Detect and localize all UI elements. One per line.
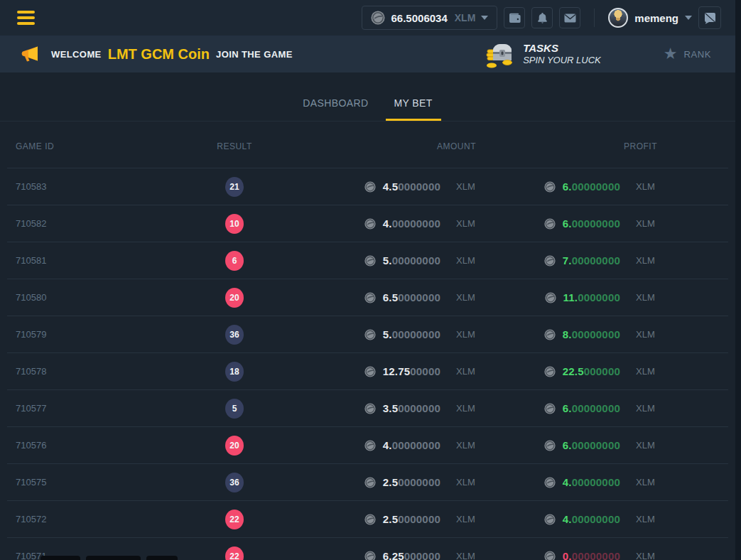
tasks-title: TASKS <box>523 42 601 55</box>
topbar-right: 66.5006034 XLM memeng <box>362 6 722 30</box>
stellar-coin-icon <box>544 440 556 451</box>
table-row: 710579 36 5.00000000 XLM 8.00000000 XLM <box>7 316 728 353</box>
game-id: 710575 <box>7 477 199 488</box>
amount-value: 4.5 <box>383 181 398 193</box>
profit-currency: XLM <box>636 292 657 303</box>
banner-right: TASKS SPIN YOUR LUCK ★ RANK <box>482 40 711 68</box>
stellar-coin-icon <box>364 181 376 193</box>
profit-trailing-zeros: 00000000 <box>572 328 620 340</box>
result-badge: 5 <box>225 399 244 419</box>
avatar <box>608 8 628 28</box>
stellar-coin-icon <box>544 181 556 193</box>
envelope-icon <box>564 14 576 23</box>
amount-trailing-zeros: 0000000 <box>398 181 440 193</box>
amount-currency: XLM <box>456 292 477 303</box>
game-id: 710572 <box>7 514 199 524</box>
amount-trailing-zeros: 0000000 <box>398 476 440 488</box>
my-bet-table: GAME ID RESULT AMOUNT PROFIT 710583 21 4… <box>7 122 728 560</box>
amount-currency: XLM <box>456 255 477 266</box>
amount-currency: XLM <box>456 181 477 192</box>
result-badge: 6 <box>225 251 244 271</box>
profit-cell: 6.00000000 XLM <box>526 439 728 451</box>
profit-currency: XLM <box>636 366 657 377</box>
profit-value: 11. <box>563 291 578 303</box>
scrollbar[interactable] <box>735 0 741 560</box>
profit-value: 4. <box>563 476 572 488</box>
amount-currency: XLM <box>456 403 477 414</box>
amount-cell: 3.50000000 XLM <box>270 402 526 414</box>
balance-currency: XLM <box>455 12 476 23</box>
result-badge: 36 <box>225 325 244 345</box>
messages-button[interactable] <box>559 7 580 28</box>
profit-cell: 4.00000000 XLM <box>526 513 728 525</box>
profit-currency: XLM <box>636 218 657 229</box>
topbar-divider <box>594 9 595 27</box>
wallet-button[interactable] <box>504 7 525 28</box>
profit-currency: XLM <box>636 403 657 414</box>
stellar-coin-icon <box>364 329 376 340</box>
profit-value: 7. <box>563 254 572 266</box>
amount-currency: XLM <box>456 329 477 340</box>
bell-icon <box>537 12 548 24</box>
header-result: RESULT <box>199 141 270 151</box>
game-id: 710582 <box>7 218 199 229</box>
balance-value: 66.5006034 <box>391 12 448 24</box>
amount-cell: 12.7500000 XLM <box>270 365 526 377</box>
hamburger-icon <box>17 11 35 14</box>
stellar-coin-icon <box>364 255 376 266</box>
amount-trailing-zeros: 00000000 <box>392 254 440 266</box>
profit-value: 22.5 <box>563 365 584 377</box>
stellar-coin-icon <box>544 514 556 525</box>
welcome-text: WELCOME <box>51 49 102 60</box>
profit-trailing-zeros: 000000 <box>584 365 620 377</box>
chat-button[interactable] <box>698 6 721 29</box>
table-row: 710577 5 3.50000000 XLM 6.00000000 XLM <box>7 390 728 427</box>
amount-value: 6.5 <box>383 291 398 303</box>
megaphone-icon <box>18 45 40 64</box>
amount-value: 5. <box>383 328 392 340</box>
amount-trailing-zeros: 00000 <box>410 365 440 377</box>
caret-down-icon <box>481 16 488 20</box>
stellar-coin-icon <box>544 218 556 230</box>
amount-cell: 5.00000000 XLM <box>270 254 526 266</box>
profit-cell: 22.5000000 XLM <box>526 365 728 377</box>
notifications-button[interactable] <box>531 7 553 28</box>
amount-cell: 5.00000000 XLM <box>270 328 526 340</box>
profit-value: 4. <box>563 513 572 525</box>
tasks-subtitle: SPIN YOUR LUCK <box>523 55 601 66</box>
stellar-coin-icon <box>545 292 556 303</box>
header-profit: PROFIT <box>526 141 728 151</box>
table-header: GAME ID RESULT AMOUNT PROFIT <box>7 122 728 168</box>
tasks-text: TASKS SPIN YOUR LUCK <box>523 42 601 67</box>
profit-value: 6. <box>563 181 572 193</box>
amount-currency: XLM <box>456 477 477 488</box>
tab-my-bet[interactable]: MY BET <box>386 97 441 121</box>
balance-selector[interactable]: 66.5006034 XLM <box>362 6 498 30</box>
header-amount: AMOUNT <box>270 141 526 151</box>
banner-left: WELCOME LMT GCM Coin JOIN THE GAME <box>18 45 293 64</box>
profit-currency: XLM <box>636 514 657 524</box>
tasks-link[interactable]: TASKS SPIN YOUR LUCK <box>482 40 601 68</box>
stellar-coin-icon <box>364 292 376 303</box>
rank-link[interactable]: ★ RANK <box>664 46 711 62</box>
profit-trailing-zeros: 00000000 <box>572 476 620 488</box>
menu-button[interactable] <box>14 8 38 28</box>
amount-trailing-zeros: 0000000 <box>398 402 440 414</box>
result-badge: 22 <box>225 510 244 529</box>
profit-cell: 7.00000000 XLM <box>526 254 728 266</box>
game-id: 710578 <box>7 366 199 377</box>
stellar-coin-icon <box>364 514 376 525</box>
table-body: 710583 21 4.50000000 XLM 6.00000000 XLM … <box>7 168 728 560</box>
game-id: 710577 <box>7 403 199 414</box>
amount-currency: XLM <box>456 218 477 229</box>
result-badge: 18 <box>225 362 244 382</box>
chat-bubble-icon <box>704 12 716 24</box>
profit-currency: XLM <box>636 477 657 488</box>
user-menu[interactable]: memeng <box>608 8 692 28</box>
profit-currency: XLM <box>636 255 657 266</box>
amount-value: 2.5 <box>383 476 398 488</box>
tab-bar: DASHBOARD MY BET <box>0 72 735 122</box>
tab-dashboard[interactable]: DASHBOARD <box>294 97 377 121</box>
caret-down-icon <box>685 16 692 20</box>
profit-cell: 6.00000000 XLM <box>526 181 728 193</box>
